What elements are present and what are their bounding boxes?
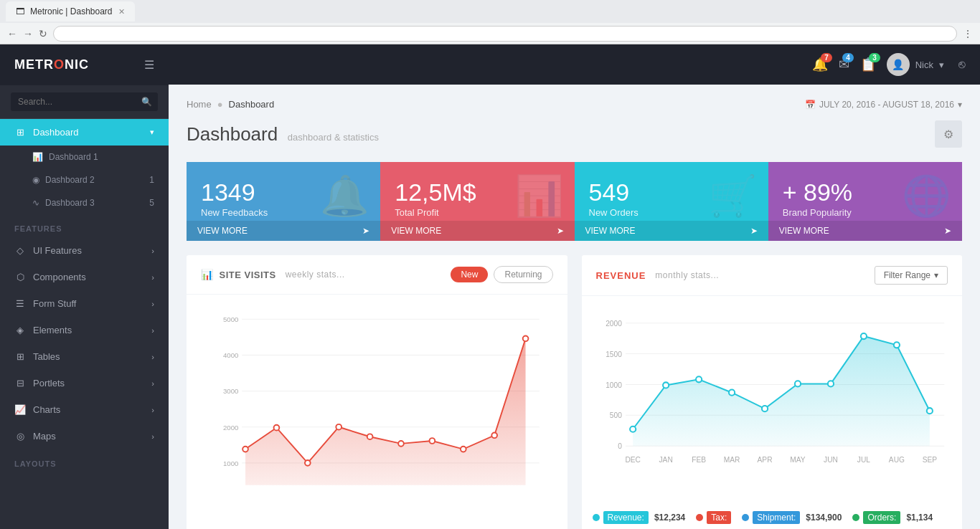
page-title-row: Dashboard dashboard & statistics ⚙ <box>187 120 962 148</box>
hamburger-icon[interactable]: ☰ <box>144 58 154 72</box>
view-more-text2: VIEW MORE <box>391 226 441 236</box>
page-title: Dashboard <box>187 123 278 145</box>
forward-button[interactable]: → <box>23 28 33 39</box>
sidebar-sub-label: Dashboard 1 <box>49 152 98 162</box>
chevron-right-icon2: › <box>151 273 154 282</box>
arrow-circle-icon2: ➤ <box>557 226 564 236</box>
btn-returning[interactable]: Returning <box>494 266 552 283</box>
svg-text:3000: 3000 <box>223 387 238 395</box>
svg-point-11 <box>242 447 248 452</box>
sidebar-item-elements[interactable]: ◈ Elements › <box>0 317 169 343</box>
orders-dot <box>852 514 859 521</box>
svg-point-37 <box>794 381 800 386</box>
tasks-icon-wrap[interactable]: 📋 3 <box>860 57 876 72</box>
page-title-wrap: Dashboard dashboard & statistics <box>187 123 379 146</box>
brand-view-more[interactable]: VIEW MORE ➤ <box>768 221 962 241</box>
search-input[interactable] <box>11 92 158 111</box>
svg-marker-31 <box>633 336 930 446</box>
user-name: Nick <box>915 59 933 70</box>
site-visits-label: SITE VISITS <box>220 270 276 280</box>
bar-chart-icon: 📊 <box>32 152 43 162</box>
sidebar-item-ui-features[interactable]: ◇ UI Features › <box>0 237 169 264</box>
sidebar-label: UI Features <box>33 245 82 256</box>
user-info[interactable]: 👤 Nick ▾ <box>887 53 944 76</box>
orders-label: New Orders <box>589 207 754 218</box>
svg-text:2000: 2000 <box>223 424 238 432</box>
address-bar[interactable] <box>53 26 957 42</box>
chevron-right-icon3: › <box>151 300 154 308</box>
profit-label: Total Profit <box>395 207 560 218</box>
tab-close[interactable]: ✕ <box>118 7 125 16</box>
notifications-icon-wrap[interactable]: 🔔 7 <box>812 57 828 72</box>
sidebar-item-dashboard2[interactable]: ◉ Dashboard 2 1 <box>0 168 169 191</box>
revenue-subtitle: monthly stats... <box>655 270 719 280</box>
site-visits-title: 📊 SITE VISITS weekly stats... <box>201 269 345 280</box>
btn-new[interactable]: New <box>451 267 488 282</box>
revenue-controls: Filter Range ▾ <box>875 266 948 285</box>
sidebar-label6: Portlets <box>33 378 65 389</box>
svg-text:AUG: AUG <box>888 456 904 464</box>
filter-range-button[interactable]: Filter Range ▾ <box>875 266 948 285</box>
tab-favicon: 🗖 <box>16 6 24 16</box>
messages-badge: 4 <box>842 53 854 62</box>
svg-point-41 <box>926 408 932 414</box>
chevron-right-icon: › <box>151 247 154 255</box>
browser-tab[interactable]: 🗖 Metronic | Dashboard ✕ <box>6 1 135 22</box>
svg-point-18 <box>461 447 466 452</box>
reload-button[interactable]: ↻ <box>39 28 47 39</box>
orders-view-more[interactable]: VIEW MORE ➤ <box>575 221 768 241</box>
sidebar-item-tables[interactable]: ⊞ Tables › <box>0 343 169 370</box>
sidebar: METRONIC ☰ 🔍 ⊞ Dashboard ▾ 📊 Dashboard 1… <box>0 44 169 529</box>
sidebar-logo: METRONIC ☰ <box>0 44 169 85</box>
maps-icon: ◎ <box>14 431 26 442</box>
sidebar-label7: Charts <box>33 404 60 415</box>
sidebar-item-maps[interactable]: ◎ Maps › <box>0 423 169 449</box>
stat-card-orders: 🛒 549 New Orders VIEW MORE ➤ <box>575 162 768 241</box>
table-icon: ⊞ <box>14 351 26 362</box>
browser-menu[interactable]: ⋮ <box>963 28 973 39</box>
breadcrumb-current: Dashboard <box>229 99 275 110</box>
revenue-label: REVENUE <box>596 270 646 281</box>
svg-text:FEB: FEB <box>692 456 706 464</box>
app-container: METRONIC ☰ 🔍 ⊞ Dashboard ▾ 📊 Dashboard 1… <box>0 44 980 529</box>
sidebar-item-dashboard3[interactable]: ∿ Dashboard 3 5 <box>0 191 169 214</box>
browser-chrome: 🗖 Metronic | Dashboard ✕ ← → ↻ ⋮ <box>0 0 980 44</box>
sidebar-item-dashboard1[interactable]: 📊 Dashboard 1 <box>0 146 169 168</box>
messages-icon-wrap[interactable]: ✉ 4 <box>839 57 849 72</box>
svg-text:2000: 2000 <box>606 320 622 328</box>
profit-view-more[interactable]: VIEW MORE ➤ <box>380 221 574 241</box>
site-visits-svg: 5000 4000 3000 2000 1000 <box>197 305 557 499</box>
svg-point-39 <box>860 333 866 339</box>
shipment-dot <box>742 514 749 521</box>
settings-button[interactable]: ⚙ <box>935 120 962 148</box>
breadcrumb-home[interactable]: Home <box>187 99 212 110</box>
chevron-right-icon4: › <box>151 326 154 335</box>
back-button[interactable]: ← <box>7 28 17 39</box>
stat-card-profit: 📊 12,5M$ Total Profit VIEW MORE ➤ <box>380 162 574 241</box>
sidebar-sub-label3: Dashboard 3 <box>45 198 95 208</box>
tax-legend-label: Tax: <box>707 511 731 524</box>
feedbacks-view-more[interactable]: VIEW MORE ➤ <box>187 221 380 241</box>
logout-icon[interactable]: ⎋ <box>958 58 966 71</box>
sidebar-item-components[interactable]: ⬡ Components › <box>0 264 169 290</box>
sidebar-item-dashboard[interactable]: ⊞ Dashboard ▾ <box>0 119 169 146</box>
svg-point-35 <box>728 390 734 396</box>
page-subtitle: dashboard & statistics <box>288 132 379 143</box>
sidebar-item-form-stuff[interactable]: ☰ Form Stuff › <box>0 290 169 317</box>
tab-title: Metronic | Dashboard <box>30 6 113 16</box>
date-dropdown-arrow: ▾ <box>958 100 962 110</box>
hex-icon: ⬡ <box>14 272 26 282</box>
chevron-right-icon7: › <box>151 406 154 414</box>
arrow-circle-icon4: ➤ <box>944 226 951 236</box>
sidebar-item-charts[interactable]: 📈 Charts › <box>0 396 169 423</box>
search-icon: 🔍 <box>141 97 152 107</box>
sidebar-item-portlets[interactable]: ⊟ Portlets › <box>0 370 169 396</box>
brand-label: Brand Popularity <box>783 207 948 218</box>
revenue-legend-label: Revenue: <box>603 511 649 524</box>
sidebar-label3: Form Stuff <box>33 298 76 309</box>
svg-text:JUL: JUL <box>857 456 870 464</box>
site-visits-controls: New Returning <box>451 266 552 283</box>
browser-controls: ← → ↻ ⋮ <box>0 23 980 44</box>
portlets-icon: ⊟ <box>14 378 26 389</box>
svg-text:MAY: MAY <box>790 456 806 464</box>
